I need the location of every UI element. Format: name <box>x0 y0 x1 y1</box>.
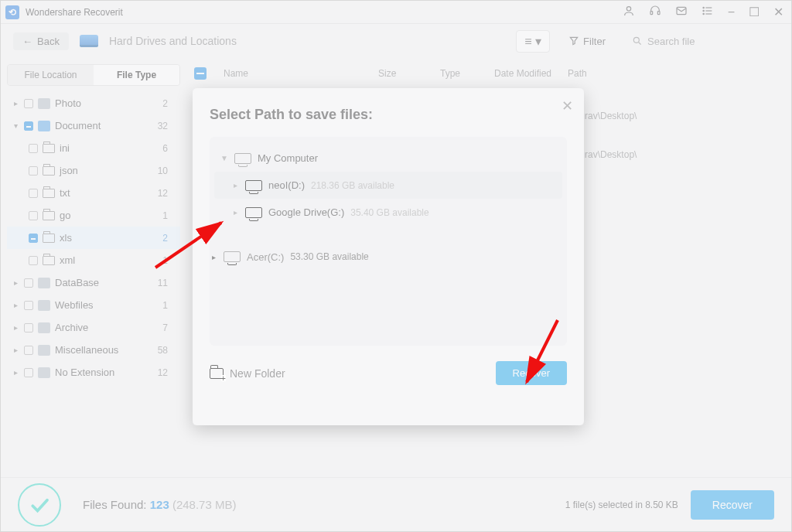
path-drive-c[interactable]: ▸ Acer(C:) 53.30 GB available <box>193 88 584 425</box>
path-label: Acer(C:) <box>247 251 284 263</box>
drive-icon <box>245 207 262 218</box>
drive-icon <box>245 180 262 191</box>
new-folder-icon <box>210 368 224 379</box>
drive-icon <box>224 251 241 262</box>
app-window: ⟲ Wondershare Recoverit − ☐ ✕ ← Back <box>0 0 792 532</box>
save-path-modal: ✕ Select Path to save files: ▼ My Comput… <box>193 88 584 425</box>
path-avail: 53.30 GB available <box>290 251 368 262</box>
path-list: ▼ My Computer ▸ Acer(C:) 53.30 GB availa… <box>210 137 567 346</box>
chevron-right-icon: ▸ <box>210 253 217 261</box>
